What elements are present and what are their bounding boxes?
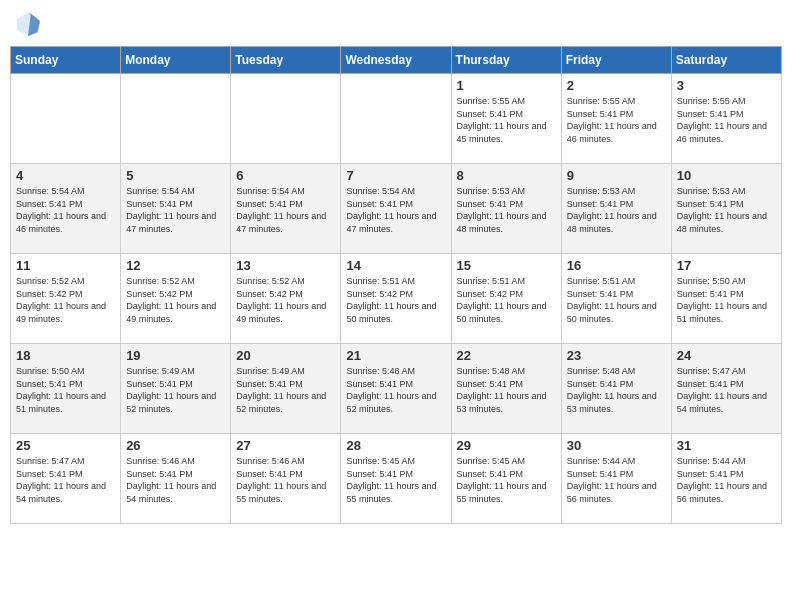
- col-header-tuesday: Tuesday: [231, 47, 341, 74]
- day-number: 21: [346, 348, 445, 363]
- logo: [14, 10, 46, 38]
- day-cell: 6Sunrise: 5:54 AMSunset: 5:41 PMDaylight…: [231, 164, 341, 254]
- day-cell: 1Sunrise: 5:55 AMSunset: 5:41 PMDaylight…: [451, 74, 561, 164]
- day-cell: [121, 74, 231, 164]
- day-info: Sunrise: 5:50 AMSunset: 5:41 PMDaylight:…: [677, 275, 776, 325]
- day-cell: 13Sunrise: 5:52 AMSunset: 5:42 PMDayligh…: [231, 254, 341, 344]
- day-cell: 23Sunrise: 5:48 AMSunset: 5:41 PMDayligh…: [561, 344, 671, 434]
- day-cell: 2Sunrise: 5:55 AMSunset: 5:41 PMDaylight…: [561, 74, 671, 164]
- day-info: Sunrise: 5:52 AMSunset: 5:42 PMDaylight:…: [236, 275, 335, 325]
- day-info: Sunrise: 5:52 AMSunset: 5:42 PMDaylight:…: [126, 275, 225, 325]
- day-cell: 17Sunrise: 5:50 AMSunset: 5:41 PMDayligh…: [671, 254, 781, 344]
- day-number: 20: [236, 348, 335, 363]
- day-info: Sunrise: 5:53 AMSunset: 5:41 PMDaylight:…: [457, 185, 556, 235]
- day-number: 27: [236, 438, 335, 453]
- day-number: 26: [126, 438, 225, 453]
- day-number: 1: [457, 78, 556, 93]
- calendar-table: SundayMondayTuesdayWednesdayThursdayFrid…: [10, 46, 782, 524]
- day-number: 6: [236, 168, 335, 183]
- day-info: Sunrise: 5:55 AMSunset: 5:41 PMDaylight:…: [677, 95, 776, 145]
- day-number: 8: [457, 168, 556, 183]
- day-cell: 24Sunrise: 5:47 AMSunset: 5:41 PMDayligh…: [671, 344, 781, 434]
- week-row-1: 1Sunrise: 5:55 AMSunset: 5:41 PMDaylight…: [11, 74, 782, 164]
- day-info: Sunrise: 5:47 AMSunset: 5:41 PMDaylight:…: [16, 455, 115, 505]
- day-number: 31: [677, 438, 776, 453]
- day-info: Sunrise: 5:49 AMSunset: 5:41 PMDaylight:…: [236, 365, 335, 415]
- day-number: 15: [457, 258, 556, 273]
- day-number: 24: [677, 348, 776, 363]
- day-info: Sunrise: 5:54 AMSunset: 5:41 PMDaylight:…: [236, 185, 335, 235]
- col-header-sunday: Sunday: [11, 47, 121, 74]
- day-cell: 7Sunrise: 5:54 AMSunset: 5:41 PMDaylight…: [341, 164, 451, 254]
- day-cell: [11, 74, 121, 164]
- col-header-wednesday: Wednesday: [341, 47, 451, 74]
- day-cell: 16Sunrise: 5:51 AMSunset: 5:41 PMDayligh…: [561, 254, 671, 344]
- day-cell: 18Sunrise: 5:50 AMSunset: 5:41 PMDayligh…: [11, 344, 121, 434]
- day-number: 23: [567, 348, 666, 363]
- day-info: Sunrise: 5:55 AMSunset: 5:41 PMDaylight:…: [457, 95, 556, 145]
- day-number: 29: [457, 438, 556, 453]
- day-number: 11: [16, 258, 115, 273]
- day-cell: 25Sunrise: 5:47 AMSunset: 5:41 PMDayligh…: [11, 434, 121, 524]
- day-cell: 4Sunrise: 5:54 AMSunset: 5:41 PMDaylight…: [11, 164, 121, 254]
- col-header-friday: Friday: [561, 47, 671, 74]
- day-cell: 19Sunrise: 5:49 AMSunset: 5:41 PMDayligh…: [121, 344, 231, 434]
- day-cell: [231, 74, 341, 164]
- day-cell: 31Sunrise: 5:44 AMSunset: 5:41 PMDayligh…: [671, 434, 781, 524]
- day-info: Sunrise: 5:51 AMSunset: 5:41 PMDaylight:…: [567, 275, 666, 325]
- day-cell: 29Sunrise: 5:45 AMSunset: 5:41 PMDayligh…: [451, 434, 561, 524]
- day-info: Sunrise: 5:48 AMSunset: 5:41 PMDaylight:…: [567, 365, 666, 415]
- day-number: 22: [457, 348, 556, 363]
- day-number: 16: [567, 258, 666, 273]
- day-cell: 15Sunrise: 5:51 AMSunset: 5:42 PMDayligh…: [451, 254, 561, 344]
- day-info: Sunrise: 5:53 AMSunset: 5:41 PMDaylight:…: [567, 185, 666, 235]
- day-cell: 5Sunrise: 5:54 AMSunset: 5:41 PMDaylight…: [121, 164, 231, 254]
- week-row-3: 11Sunrise: 5:52 AMSunset: 5:42 PMDayligh…: [11, 254, 782, 344]
- day-number: 5: [126, 168, 225, 183]
- day-number: 10: [677, 168, 776, 183]
- header-row: SundayMondayTuesdayWednesdayThursdayFrid…: [11, 47, 782, 74]
- day-info: Sunrise: 5:51 AMSunset: 5:42 PMDaylight:…: [346, 275, 445, 325]
- day-info: Sunrise: 5:51 AMSunset: 5:42 PMDaylight:…: [457, 275, 556, 325]
- day-info: Sunrise: 5:48 AMSunset: 5:41 PMDaylight:…: [457, 365, 556, 415]
- day-number: 3: [677, 78, 776, 93]
- day-number: 7: [346, 168, 445, 183]
- day-info: Sunrise: 5:46 AMSunset: 5:41 PMDaylight:…: [236, 455, 335, 505]
- day-number: 18: [16, 348, 115, 363]
- day-cell: [341, 74, 451, 164]
- day-number: 4: [16, 168, 115, 183]
- day-number: 14: [346, 258, 445, 273]
- day-info: Sunrise: 5:55 AMSunset: 5:41 PMDaylight:…: [567, 95, 666, 145]
- day-number: 19: [126, 348, 225, 363]
- day-cell: 30Sunrise: 5:44 AMSunset: 5:41 PMDayligh…: [561, 434, 671, 524]
- day-number: 25: [16, 438, 115, 453]
- day-number: 17: [677, 258, 776, 273]
- day-info: Sunrise: 5:47 AMSunset: 5:41 PMDaylight:…: [677, 365, 776, 415]
- week-row-4: 18Sunrise: 5:50 AMSunset: 5:41 PMDayligh…: [11, 344, 782, 434]
- day-info: Sunrise: 5:44 AMSunset: 5:41 PMDaylight:…: [567, 455, 666, 505]
- day-info: Sunrise: 5:54 AMSunset: 5:41 PMDaylight:…: [16, 185, 115, 235]
- day-cell: 26Sunrise: 5:46 AMSunset: 5:41 PMDayligh…: [121, 434, 231, 524]
- day-cell: 22Sunrise: 5:48 AMSunset: 5:41 PMDayligh…: [451, 344, 561, 434]
- day-cell: 28Sunrise: 5:45 AMSunset: 5:41 PMDayligh…: [341, 434, 451, 524]
- week-row-5: 25Sunrise: 5:47 AMSunset: 5:41 PMDayligh…: [11, 434, 782, 524]
- day-cell: 9Sunrise: 5:53 AMSunset: 5:41 PMDaylight…: [561, 164, 671, 254]
- day-cell: 12Sunrise: 5:52 AMSunset: 5:42 PMDayligh…: [121, 254, 231, 344]
- day-cell: 11Sunrise: 5:52 AMSunset: 5:42 PMDayligh…: [11, 254, 121, 344]
- day-info: Sunrise: 5:54 AMSunset: 5:41 PMDaylight:…: [346, 185, 445, 235]
- day-cell: 20Sunrise: 5:49 AMSunset: 5:41 PMDayligh…: [231, 344, 341, 434]
- logo-icon: [14, 10, 42, 38]
- day-info: Sunrise: 5:45 AMSunset: 5:41 PMDaylight:…: [457, 455, 556, 505]
- day-cell: 14Sunrise: 5:51 AMSunset: 5:42 PMDayligh…: [341, 254, 451, 344]
- col-header-saturday: Saturday: [671, 47, 781, 74]
- day-number: 13: [236, 258, 335, 273]
- day-info: Sunrise: 5:49 AMSunset: 5:41 PMDaylight:…: [126, 365, 225, 415]
- day-info: Sunrise: 5:48 AMSunset: 5:41 PMDaylight:…: [346, 365, 445, 415]
- day-cell: 8Sunrise: 5:53 AMSunset: 5:41 PMDaylight…: [451, 164, 561, 254]
- day-number: 9: [567, 168, 666, 183]
- day-cell: 21Sunrise: 5:48 AMSunset: 5:41 PMDayligh…: [341, 344, 451, 434]
- day-number: 2: [567, 78, 666, 93]
- day-cell: 27Sunrise: 5:46 AMSunset: 5:41 PMDayligh…: [231, 434, 341, 524]
- day-info: Sunrise: 5:54 AMSunset: 5:41 PMDaylight:…: [126, 185, 225, 235]
- day-number: 30: [567, 438, 666, 453]
